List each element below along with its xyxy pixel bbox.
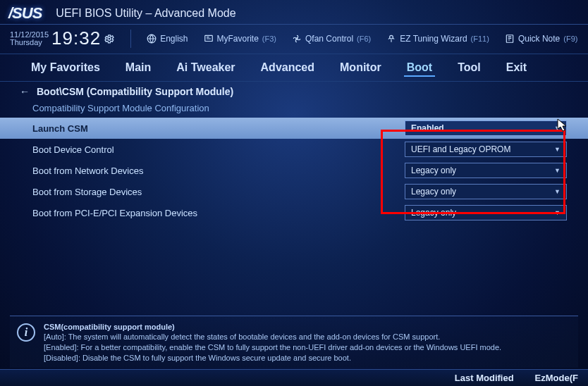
chevron-down-icon: ▼ xyxy=(554,188,561,195)
myfavorite-button[interactable]: MyFavorite(F3) xyxy=(204,34,277,44)
section-title: Compatibility Support Module Configurati… xyxy=(0,100,588,118)
setting-boot-network[interactable]: Boot from Network Devices Legacy only ▼ xyxy=(0,160,588,181)
setting-launch-csm[interactable]: Launch CSM Enabled ▼ xyxy=(0,118,588,139)
myfavorite-label: MyFavorite xyxy=(217,34,259,44)
breadcrumb: Boot\CSM (Compatibility Support Module) xyxy=(37,86,233,97)
help-line: [Enabled]: For a better compatibility, e… xyxy=(44,342,501,353)
setting-label: Boot from PCI-E/PCI Expansion Devices xyxy=(32,208,197,218)
dropdown-value: Enabled xyxy=(411,123,444,133)
setting-label: Boot Device Control xyxy=(32,144,114,155)
setting-label: Launch CSM xyxy=(32,123,88,134)
dropdown-boot-network[interactable]: Legacy only ▼ xyxy=(405,163,567,178)
tab-myfavorites[interactable]: My Favorites xyxy=(28,60,103,77)
svg-point-4 xyxy=(390,35,393,39)
tab-boot[interactable]: Boot xyxy=(404,60,435,77)
quicknote-label: Quick Note xyxy=(518,34,560,44)
status-bar: 11/12/2015 Thursday 19:32 English MyFavo… xyxy=(0,25,588,54)
datetime-block: 11/12/2015 Thursday 19:32 xyxy=(10,27,115,49)
setting-label: Boot from Network Devices xyxy=(32,166,144,176)
brand-logo: /SUS xyxy=(8,4,42,23)
wand-icon xyxy=(386,34,396,44)
title-bar: /SUS UEFI BIOS Utility – Advanced Mode xyxy=(0,0,588,25)
breadcrumb-row: ← Boot\CSM (Compatibility Support Module… xyxy=(0,82,588,100)
day-text: Thursday xyxy=(10,39,49,46)
dropdown-value: UEFI and Legacy OPROM xyxy=(411,144,510,154)
dropdown-boot-device-control[interactable]: UEFI and Legacy OPROM ▼ xyxy=(405,142,567,157)
tab-exit[interactable]: Exit xyxy=(503,60,529,77)
dropdown-launch-csm[interactable]: Enabled ▼ xyxy=(405,120,567,136)
globe-icon xyxy=(147,34,157,44)
setting-boot-device-control[interactable]: Boot Device Control UEFI and Legacy OPRO… xyxy=(0,139,588,160)
dropdown-value: Legacy only xyxy=(411,166,456,175)
tab-main[interactable]: Main xyxy=(123,60,154,77)
quicknote-hotkey: (F9) xyxy=(563,35,577,43)
myfavorite-hotkey: (F3) xyxy=(262,35,276,43)
setting-boot-pcie[interactable]: Boot from PCI-E/PCI Expansion Devices Le… xyxy=(0,202,588,223)
date-text: 11/12/2015 xyxy=(10,31,49,39)
help-title: CSM(compatibility support module) xyxy=(44,322,501,332)
help-text: CSM(compatibility support module) [Auto]… xyxy=(44,322,501,363)
qfan-label: Qfan Control xyxy=(305,34,353,44)
dropdown-boot-pcie[interactable]: Legacy only ▼ xyxy=(405,205,567,220)
note-icon xyxy=(505,34,515,44)
tab-tool[interactable]: Tool xyxy=(455,60,484,77)
dropdown-value: Legacy only xyxy=(411,208,456,218)
dropdown-value: Legacy only xyxy=(411,187,456,197)
chevron-down-icon: ▼ xyxy=(554,125,561,132)
help-line: [Auto]: The system will automatically de… xyxy=(44,332,501,342)
chevron-down-icon: ▼ xyxy=(554,167,561,174)
help-panel: i CSM(compatibility support module) [Aut… xyxy=(10,316,578,368)
footer-bar: Last Modified EzMode(F xyxy=(0,369,588,386)
svg-rect-2 xyxy=(204,35,212,41)
last-modified-button[interactable]: Last Modified xyxy=(455,373,514,383)
fan-icon xyxy=(292,34,302,44)
favorite-icon xyxy=(204,34,214,44)
tab-advanced[interactable]: Advanced xyxy=(258,60,317,77)
language-label: English xyxy=(160,34,188,44)
setting-boot-storage[interactable]: Boot from Storage Devices Legacy only ▼ xyxy=(0,181,588,202)
info-icon: i xyxy=(17,323,35,342)
chevron-down-icon: ▼ xyxy=(554,209,561,216)
divider xyxy=(130,30,131,48)
tab-aitweaker[interactable]: Ai Tweaker xyxy=(173,60,238,77)
qfan-button[interactable]: Qfan Control(F6) xyxy=(292,34,371,44)
quicknote-button[interactable]: Quick Note(F9) xyxy=(505,34,578,44)
app-title: UEFI BIOS Utility – Advanced Mode xyxy=(56,7,235,20)
tab-monitor[interactable]: Monitor xyxy=(337,60,384,77)
setting-label: Boot from Storage Devices xyxy=(32,187,142,197)
ez-tuning-label: EZ Tuning Wizard xyxy=(400,34,467,44)
chevron-down-icon: ▼ xyxy=(554,146,561,153)
gear-icon[interactable] xyxy=(104,33,115,44)
back-arrow-icon[interactable]: ← xyxy=(20,86,30,97)
ez-tuning-hotkey: (F11) xyxy=(471,35,489,43)
language-button[interactable]: English xyxy=(147,34,188,44)
ezmode-button[interactable]: EzMode(F xyxy=(535,373,578,383)
ez-tuning-button[interactable]: EZ Tuning Wizard(F11) xyxy=(386,34,489,44)
qfan-hotkey: (F6) xyxy=(357,35,371,43)
clock-text: 19:32 xyxy=(51,27,101,49)
tab-bar: My Favorites Main Ai Tweaker Advanced Mo… xyxy=(0,54,588,82)
svg-point-0 xyxy=(108,37,111,40)
help-line: [Disabled]: Disable the CSM to fully sup… xyxy=(44,353,501,363)
dropdown-boot-storage[interactable]: Legacy only ▼ xyxy=(405,184,567,199)
